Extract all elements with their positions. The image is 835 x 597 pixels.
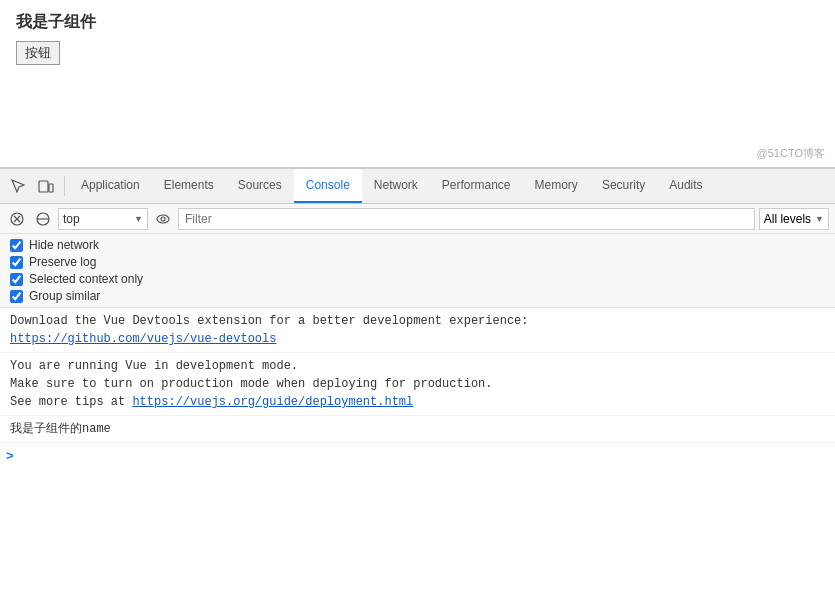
- console-message-2: You are running Vue in development mode.…: [0, 353, 835, 416]
- console-output: Download the Vue Devtools extension for …: [0, 308, 835, 597]
- svg-rect-1: [49, 184, 53, 192]
- console-options: Hide network Preserve log Selected conte…: [0, 234, 835, 308]
- devtools-filter-row: top ▼ All levels ▼: [0, 204, 835, 234]
- tab-elements[interactable]: Elements: [152, 169, 226, 203]
- tab-memory[interactable]: Memory: [523, 169, 590, 203]
- console-message-3: 我是子组件的name: [0, 416, 835, 443]
- devtools-tabs-row: Application Elements Sources Console Net…: [0, 169, 835, 204]
- vue-devtools-link[interactable]: https://github.com/vuejs/vue-devtools: [10, 332, 276, 346]
- selected-context-label: Selected context only: [29, 272, 143, 286]
- option-preserve-log[interactable]: Preserve log: [10, 255, 825, 269]
- tab-audits[interactable]: Audits: [657, 169, 714, 203]
- option-group-similar[interactable]: Group similar: [10, 289, 825, 303]
- svg-point-8: [161, 217, 165, 221]
- context-selector[interactable]: top ▼: [58, 208, 148, 230]
- hide-network-label: Hide network: [29, 238, 99, 252]
- svg-point-7: [157, 215, 169, 223]
- watermark: @51CTO博客: [757, 146, 825, 161]
- tab-console[interactable]: Console: [294, 169, 362, 203]
- levels-label: All levels: [764, 212, 811, 226]
- preserve-log-label: Preserve log: [29, 255, 96, 269]
- tabs-list: Application Elements Sources Console Net…: [69, 169, 715, 203]
- page-title: 我是子组件: [16, 12, 819, 33]
- console-message-3-text: 我是子组件的name: [10, 422, 111, 436]
- block-icon[interactable]: [32, 208, 54, 230]
- group-similar-label: Group similar: [29, 289, 100, 303]
- console-prompt-row: >: [0, 443, 835, 471]
- option-selected-context[interactable]: Selected context only: [10, 272, 825, 286]
- inspect-element-icon[interactable]: [5, 173, 31, 199]
- eye-icon[interactable]: [152, 208, 174, 230]
- page-button[interactable]: 按钮: [16, 41, 60, 65]
- levels-selector[interactable]: All levels ▼: [759, 208, 829, 230]
- group-similar-checkbox[interactable]: [10, 290, 23, 303]
- deployment-link[interactable]: https://vuejs.org/guide/deployment.html: [132, 395, 413, 409]
- tab-sources[interactable]: Sources: [226, 169, 294, 203]
- levels-dropdown-arrow: ▼: [815, 214, 824, 224]
- console-prompt-input[interactable]: [18, 447, 829, 467]
- clear-console-icon[interactable]: [6, 208, 28, 230]
- context-value: top: [63, 212, 130, 226]
- console-message-1: Download the Vue Devtools extension for …: [0, 308, 835, 353]
- prompt-chevron-icon: >: [6, 449, 14, 464]
- hide-network-checkbox[interactable]: [10, 239, 23, 252]
- tab-application[interactable]: Application: [69, 169, 152, 203]
- console-message-1-text: Download the Vue Devtools extension for …: [10, 314, 528, 328]
- toolbar-separator: [64, 176, 65, 196]
- context-dropdown-arrow: ▼: [134, 214, 143, 224]
- selected-context-checkbox[interactable]: [10, 273, 23, 286]
- tab-network[interactable]: Network: [362, 169, 430, 203]
- svg-rect-0: [39, 181, 48, 192]
- browser-page: 我是子组件 按钮 @51CTO博客: [0, 0, 835, 168]
- device-toolbar-icon[interactable]: [33, 173, 59, 199]
- preserve-log-checkbox[interactable]: [10, 256, 23, 269]
- tab-performance[interactable]: Performance: [430, 169, 523, 203]
- tab-security[interactable]: Security: [590, 169, 657, 203]
- filter-input[interactable]: [178, 208, 755, 230]
- devtools-panel: Application Elements Sources Console Net…: [0, 168, 835, 597]
- option-hide-network[interactable]: Hide network: [10, 238, 825, 252]
